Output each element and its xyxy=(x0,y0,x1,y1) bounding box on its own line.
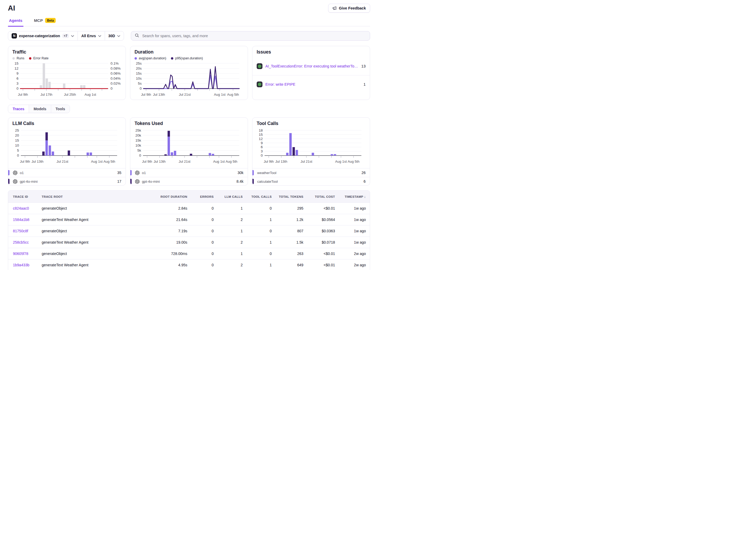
trace-id-link[interactable]: 90605f78 xyxy=(13,251,28,256)
traffic-chart: 150.1%120.08%90.06%60.04%30.02%00Jul 9th… xyxy=(12,61,121,100)
table-row[interactable]: 1b9a433bgenerateText Weather Agent4.95s0… xyxy=(8,259,370,270)
svg-text:20s: 20s xyxy=(136,67,142,70)
table-row[interactable]: 258cb5ccgenerateText Weather Agent19.00s… xyxy=(8,236,370,248)
series-row[interactable]: o135 xyxy=(8,168,126,177)
series-row[interactable]: o130k xyxy=(130,168,248,177)
section-tabs: Traces Models Tools xyxy=(8,105,70,113)
column-header-tool-calls[interactable]: TOOL CALLS xyxy=(243,195,272,198)
trace-id-link[interactable]: 1584a1b8 xyxy=(13,217,29,222)
issue-row[interactable]: Error: write EPIPE 1 xyxy=(252,75,370,93)
llm-calls-cell: 2 xyxy=(214,240,243,244)
legend-item[interactable]: Error Rate xyxy=(29,57,49,60)
table-row[interactable]: c824aac0generateObject2.84s010295<$0.011… xyxy=(8,202,370,214)
series-color-chip xyxy=(252,179,254,184)
series-row[interactable]: gpt-4o-mini8.4k xyxy=(130,177,248,186)
legend-item[interactable]: avg(span.duration) xyxy=(134,57,166,60)
series-row[interactable]: calculateTool6 xyxy=(252,177,370,186)
svg-text:Aug 1st: Aug 1st xyxy=(213,160,225,164)
project-selector[interactable]: N expense-categorization +7 xyxy=(8,31,77,40)
env-selector[interactable]: All Envs xyxy=(77,31,104,40)
column-header-total-tokens[interactable]: TOTAL TOKENS xyxy=(272,195,303,198)
search-input[interactable] xyxy=(142,34,366,38)
project-label: expense-categorization xyxy=(19,34,60,38)
legend-item[interactable]: Runs xyxy=(12,57,24,60)
filter-group: N expense-categorization +7 All Envs 30D xyxy=(8,31,124,41)
column-header-trace-root[interactable]: TRACE ROOT xyxy=(37,195,152,198)
issue-link[interactable]: AI_ToolExecutionError: Error executing t… xyxy=(265,64,359,68)
column-header-trace-id[interactable]: TRACE ID xyxy=(8,195,37,198)
trace-root-cell: generateText Weather Agent xyxy=(37,240,152,244)
series-color-chip xyxy=(252,170,254,175)
table-row[interactable]: 81750c8fgenerateObject7.19s010807$0.0363… xyxy=(8,225,370,236)
env-label: All Envs xyxy=(81,34,96,38)
legend-item[interactable]: p95(span.duration) xyxy=(171,57,203,60)
column-header-total-cost[interactable]: TOTAL COST xyxy=(303,195,335,198)
trace-id-link[interactable]: c824aac0 xyxy=(13,206,29,210)
trace-id-link[interactable]: 1b9a433b xyxy=(13,263,29,267)
svg-text:Jul 9th: Jul 9th xyxy=(142,160,152,164)
svg-text:0.08%: 0.08% xyxy=(110,67,120,70)
trace-id-cell[interactable]: 1584a1b8 xyxy=(8,217,37,222)
svg-text:Jul 9th: Jul 9th xyxy=(18,92,28,96)
table-row[interactable]: 90605f78generateObject728.00ms010263<$0.… xyxy=(8,248,370,259)
table-row[interactable]: 1584a1b8generateText Weather Agent21.64s… xyxy=(8,214,370,225)
svg-text:0: 0 xyxy=(261,154,262,158)
svg-text:15: 15 xyxy=(259,133,263,137)
trace-root-cell: generateObject xyxy=(37,229,152,233)
trace-id-cell[interactable]: 1b9a433b xyxy=(8,263,37,267)
issue-row[interactable]: AI_ToolExecutionError: Error executing t… xyxy=(252,57,370,75)
column-header-timestamp[interactable]: TIMESTAMP↓ xyxy=(335,195,366,199)
tab-mcp[interactable]: MCP Beta xyxy=(33,18,57,26)
series-label: weatherTool xyxy=(257,171,362,175)
give-feedback-button[interactable]: Give Feedback xyxy=(328,4,370,13)
timestamp-value[interactable]: 1w ago xyxy=(354,217,366,222)
column-header-llm-calls[interactable]: LLM CALLS xyxy=(214,195,243,198)
timestamp-value[interactable]: 1w ago xyxy=(354,229,366,233)
timestamp-value[interactable]: 2w ago xyxy=(354,263,366,267)
openai-icon xyxy=(135,171,140,175)
timestamp-value[interactable]: 1w ago xyxy=(354,206,366,210)
tab-tools[interactable]: Tools xyxy=(51,105,70,113)
tab-models[interactable]: Models xyxy=(29,105,51,113)
trace-id-link[interactable]: 258cb5cc xyxy=(13,240,29,244)
series-row[interactable]: weatherTool26 xyxy=(252,168,370,177)
tab-traces[interactable]: Traces xyxy=(8,105,29,113)
series-row[interactable]: gpt-4o-mini17 xyxy=(8,177,126,186)
column-header-root-duration[interactable]: ROOT DURATION xyxy=(152,195,187,198)
series-color-chip xyxy=(130,170,132,175)
trace-id-cell[interactable]: 81750c8f xyxy=(8,229,37,233)
timestamp-cell: 1w ago xyxy=(335,206,366,210)
trace-id-link[interactable]: 81750c8f xyxy=(13,229,28,233)
chevron-down-icon xyxy=(71,34,74,38)
tab-traces-label: Traces xyxy=(13,107,24,111)
total-cost-cell: <$0.01 xyxy=(303,206,335,210)
timestamp-value[interactable]: 1w ago xyxy=(354,240,366,244)
legend-label: Error Rate xyxy=(33,57,49,60)
trace-id-cell[interactable]: 90605f78 xyxy=(8,251,37,256)
svg-text:15s: 15s xyxy=(136,71,142,75)
trace-id-cell[interactable]: c824aac0 xyxy=(8,206,37,210)
total-tokens-cell: 263 xyxy=(272,251,303,256)
trace-root-cell: generateText Weather Agent xyxy=(37,263,152,267)
issue-link[interactable]: Error: write EPIPE xyxy=(265,82,361,86)
overview-cards: Traffic RunsError Rate 150.1%120.08%90.0… xyxy=(8,46,370,100)
duration-chart: 25s20s15s10s5s0Jul 9thJul 13thJul 21stAu… xyxy=(134,61,243,100)
tokens-used-legend-rows: o130kgpt-4o-mini8.4k xyxy=(130,168,248,186)
traffic-title: Traffic xyxy=(12,49,121,55)
timestamp-value[interactable]: 2w ago xyxy=(354,251,366,256)
svg-text:0.1%: 0.1% xyxy=(110,62,119,66)
svg-text:12: 12 xyxy=(15,67,19,70)
duration-chart-svg: 25s20s15s10s5s0Jul 9thJul 13thJul 21stAu… xyxy=(134,61,243,100)
trace-id-cell[interactable]: 258cb5cc xyxy=(8,240,37,244)
llm-calls-chart: 2520151050Jul 9thJul 13thJul 21stAug 1st… xyxy=(8,128,126,168)
svg-text:Jul 21st: Jul 21st xyxy=(57,160,68,164)
tool-calls-card: Tool Calls 1815129630Jul 9thJul 13thJul … xyxy=(252,117,370,186)
series-value: 8.4k xyxy=(236,179,243,184)
svg-text:Aug 1st: Aug 1st xyxy=(335,160,347,164)
llm-chart-svg: 2520151050Jul 9thJul 13thJul 21stAug 1st… xyxy=(12,128,121,167)
tab-agents[interactable]: Agents xyxy=(8,18,24,26)
date-range-selector[interactable]: 30D xyxy=(105,31,124,40)
llm-calls-cell: 2 xyxy=(214,217,243,222)
legend-dot xyxy=(134,57,137,60)
column-header-errors[interactable]: ERRORS xyxy=(187,195,214,198)
